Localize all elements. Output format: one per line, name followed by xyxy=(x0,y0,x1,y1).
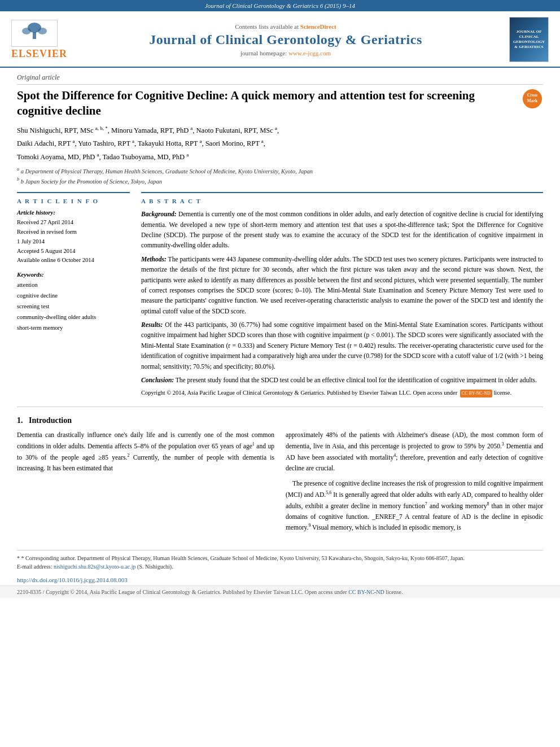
article-info-column: A R T I C L E I N F O Article history: R… xyxy=(17,192,130,397)
svg-point-4 xyxy=(38,28,47,34)
bottom-cc-link[interactable]: CC BY-NC-ND xyxy=(348,589,384,595)
keyword-community: community-dwelling older adults xyxy=(17,312,130,323)
footnote-star: * * Corresponding author. Department of … xyxy=(17,554,543,562)
footnote-email-link[interactable]: nishiguchi.shu.82s@st.kyoto-u.ac.jp xyxy=(54,563,136,570)
issn-text: 2210-8335 xyxy=(17,589,41,595)
svg-text:Cross: Cross xyxy=(527,93,537,98)
footnote-area: * * Corresponding author. Department of … xyxy=(17,550,543,574)
intro-body: Dementia can drastically influence one's… xyxy=(17,430,543,538)
journal-main-title: Journal of Clinical Gerontology & Geriat… xyxy=(62,32,509,47)
intro-col-left: Dementia can drastically influence one's… xyxy=(17,430,274,538)
sciencedirect-line: Contents lists available at ScienceDirec… xyxy=(62,23,509,30)
journal-homepage-line: journal homepage: www.e-jcgg.com xyxy=(62,50,509,56)
abstract-column: A B S T R A C T Background: Dementia is … xyxy=(141,192,543,397)
svg-text:Mark: Mark xyxy=(527,98,538,103)
journal-header-center: Contents lists available at ScienceDirec… xyxy=(62,23,509,56)
abstract-conclusion: Conclusion: The present study found that… xyxy=(141,375,543,385)
copyright-text: Copyright © 2014, Asia Pacific League of… xyxy=(141,390,459,396)
article-accepted-date: Accepted 5 August 2014 xyxy=(17,247,130,256)
footnote-email: E-mail address: nishiguchi.shu.82s@st.ky… xyxy=(17,562,543,571)
bottom-license-suffix: license. xyxy=(386,589,403,595)
doi-link[interactable]: http://dx.doi.org/10.1016/j.jcgg.2014.08… xyxy=(17,576,128,583)
article-type-label: Original article xyxy=(17,73,543,85)
svg-rect-2 xyxy=(33,32,36,39)
article-info-abstract-section: A R T I C L E I N F O Article history: R… xyxy=(17,192,543,397)
abstract-copyright: Copyright © 2014, Asia Pacific League of… xyxy=(141,388,543,397)
journal-header: ELSEVIER Contents lists available at Sci… xyxy=(0,11,560,68)
svg-point-3 xyxy=(22,28,31,34)
elsevier-text-label: ELSEVIER xyxy=(11,48,67,60)
keyword-short-term: short-term memory xyxy=(17,323,130,334)
bottom-copyright-text: Copyright © 2014, Asia Pacific League of… xyxy=(46,589,348,595)
intro-left-para: Dementia can drastically influence one's… xyxy=(17,430,274,474)
article-online-date: Available online 6 October 2014 xyxy=(17,256,130,265)
abstract-results: Results: Of the 443 participants, 30 (6.… xyxy=(141,320,543,372)
section-divider xyxy=(17,407,543,407)
intro-title: Introduction xyxy=(29,416,72,425)
journal-citation-text: Journal of Clinical Gerontology & Geriat… xyxy=(205,2,355,9)
affiliations: a a Department of Physical Therapy, Huma… xyxy=(17,166,543,187)
journal-citation-bar: Journal of Clinical Gerontology & Geriat… xyxy=(0,0,560,11)
elsevier-tree-icon xyxy=(15,22,54,43)
article-revised-label: Received in revised form xyxy=(17,228,130,237)
elsevier-logo: ELSEVIER xyxy=(11,20,62,60)
article-history-title: Article history: xyxy=(17,209,130,216)
elsevier-logo-box xyxy=(11,20,58,47)
abstract-methods: Methods: The participants were 443 Japan… xyxy=(141,254,543,316)
intro-heading: 1. Introduction xyxy=(17,416,543,425)
keywords-group: Keywords: attention cognitive decline sc… xyxy=(17,271,130,333)
crossmark-icon: Cross Mark xyxy=(522,88,543,110)
keyword-screening: screening test xyxy=(17,302,130,312)
intro-number: 1. xyxy=(17,416,23,425)
article-info-label: A R T I C L E I N F O xyxy=(17,198,130,204)
authors-line: Shu Nishiguchi, RPT, MSc a, b, *, Minoru… xyxy=(17,124,543,164)
bottom-bar: 2210-8335 / Copyright © 2014, Asia Pacif… xyxy=(0,586,560,598)
journal-cover-image: JOURNAL OF CLINICAL GERONTOLOGY & GERIAT… xyxy=(509,17,549,62)
keywords-title: Keywords: xyxy=(17,271,130,278)
article-revised-date: 1 July 2014 xyxy=(17,237,130,247)
intro-right-para1: approximately 48% of the patients with A… xyxy=(286,430,543,474)
intro-col-right: approximately 48% of the patients with A… xyxy=(286,430,543,538)
keywords-list: attention cognitive decline screening te… xyxy=(17,280,130,333)
abstract-text: Background: Dementia is currently one of… xyxy=(141,209,543,397)
intro-right-para2: The presence of cognitive decline increa… xyxy=(286,478,543,533)
keyword-cognitive-decline: cognitive decline xyxy=(17,291,130,302)
abstract-background: Background: Dementia is currently one of… xyxy=(141,209,543,251)
article-received-date: Received 27 April 2014 xyxy=(17,218,130,228)
cc-license-badge: CC BY-NC-ND xyxy=(460,390,492,397)
article-history-group: Article history: Received 27 April 2014 … xyxy=(17,209,130,265)
introduction-section: 1. Introduction Dementia can drastically… xyxy=(17,416,543,538)
keyword-attention: attention xyxy=(17,280,130,291)
doi-line: http://dx.doi.org/10.1016/j.jcgg.2014.08… xyxy=(17,576,543,583)
sciencedirect-link[interactable]: ScienceDirect xyxy=(300,23,336,30)
article-content: Original article Spot the Difference for… xyxy=(0,68,560,550)
license-suffix: license. xyxy=(493,390,511,396)
abstract-label: A B S T R A C T xyxy=(141,198,543,204)
article-title: Spot the Difference for Cognitive Declin… xyxy=(17,88,522,119)
article-title-section: Spot the Difference for Cognitive Declin… xyxy=(17,88,543,119)
journal-homepage-link[interactable]: www.e-jcgg.com xyxy=(288,50,331,56)
